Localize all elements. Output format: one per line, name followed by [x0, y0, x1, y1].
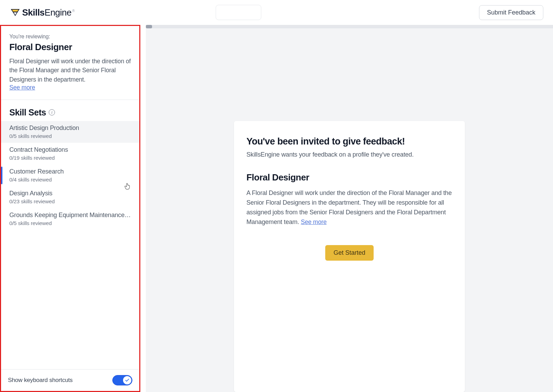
sidebar: You're reviewing: Floral Designer Floral…	[0, 25, 140, 392]
card-job-title: Floral Designer	[246, 172, 452, 183]
keyboard-shortcuts-toggle[interactable]	[112, 375, 132, 385]
info-icon[interactable]: i	[49, 109, 55, 115]
sidebar-review-block: You're reviewing: Floral Designer Floral…	[1, 26, 139, 97]
skill-sets-title: Skill Sets	[9, 108, 46, 118]
skill-set-progress: 0/5 skills reviewed	[9, 220, 131, 226]
skill-sets-header: Skill Sets i	[1, 100, 139, 121]
sidebar-footer: Show keyboard shortcuts	[1, 369, 139, 391]
keyboard-shortcuts-label: Show keyboard shortcuts	[8, 377, 73, 384]
get-started-button[interactable]: Get Started	[325, 245, 374, 261]
app-header: SkillsEngine® Submit Feedback	[0, 0, 553, 25]
app-logo[interactable]: SkillsEngine®	[10, 7, 74, 18]
progress-bar	[146, 25, 553, 28]
skill-set-progress: 0/4 skills reviewed	[9, 177, 131, 183]
skill-set-progress: 0/5 skills reviewed	[9, 133, 131, 139]
skill-sets-list: Artistic Design Production 0/5 skills re…	[1, 121, 139, 369]
logo-mark-icon	[10, 8, 20, 17]
skill-set-name: Artistic Design Production	[9, 124, 131, 132]
sidebar-job-title: Floral Designer	[9, 42, 131, 53]
sidebar-job-desc: Floral Designer will work under the dire…	[9, 57, 131, 84]
skill-set-name: Customer Research	[9, 168, 131, 175]
skill-set-name: Design Analysis	[9, 190, 131, 197]
logo-text: SkillsEngine®	[22, 7, 74, 18]
main-panel: You've been invited to give feedback! Sk…	[140, 25, 553, 392]
skill-set-name: Contract Negotiations	[9, 146, 131, 153]
card-job-body: A Floral Designer will work under the di…	[246, 188, 452, 227]
main-body: You've been invited to give feedback! Sk…	[146, 28, 553, 392]
header-center-placeholder	[216, 5, 261, 20]
sidebar-see-more-link[interactable]: See more	[9, 84, 35, 91]
skill-set-progress: 0/19 skills reviewed	[9, 155, 131, 161]
skill-set-item[interactable]: Grounds Keeping Equipment Maintenance an…	[1, 208, 139, 230]
skill-set-item[interactable]: Contract Negotiations 0/19 skills review…	[1, 143, 139, 165]
skill-set-name: Grounds Keeping Equipment Maintenance an…	[9, 212, 131, 219]
skill-set-progress: 0/23 skills reviewed	[9, 198, 131, 205]
skill-set-item[interactable]: Artistic Design Production 0/5 skills re…	[1, 121, 139, 143]
progress-fill	[146, 25, 152, 28]
invite-title: You've been invited to give feedback!	[246, 136, 452, 147]
skill-set-item[interactable]: Customer Research 0/4 skills reviewed	[1, 165, 139, 186]
submit-feedback-button[interactable]: Submit Feedback	[479, 5, 543, 20]
reviewing-label: You're reviewing:	[9, 34, 131, 40]
card-see-more-link[interactable]: See more	[301, 218, 327, 225]
skill-set-item[interactable]: Design Analysis 0/23 skills reviewed	[1, 186, 139, 208]
invite-card: You've been invited to give feedback! Sk…	[234, 121, 465, 392]
header-center-button[interactable]	[216, 5, 261, 20]
invite-subtext: SkillsEngine wants your feedback on a pr…	[246, 151, 452, 158]
toggle-knob	[123, 376, 131, 384]
